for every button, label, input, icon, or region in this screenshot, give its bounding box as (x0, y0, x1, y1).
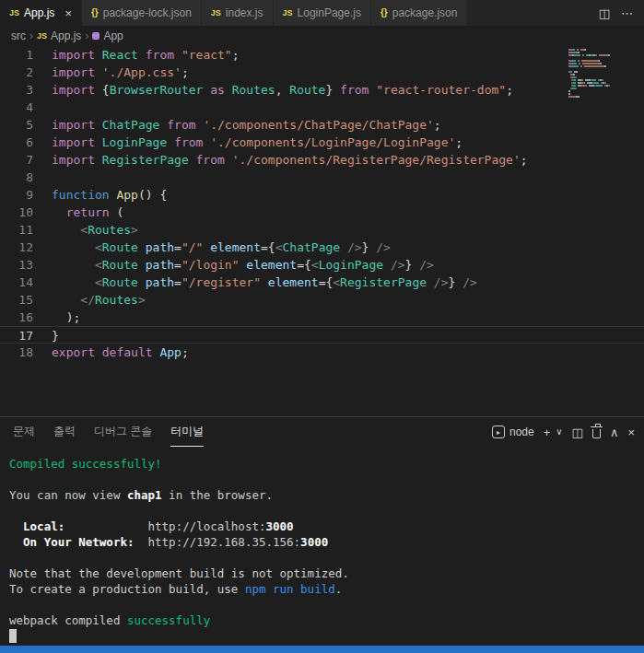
code-line[interactable]: 6import LoginPage from './components/Log… (0, 134, 644, 151)
breadcrumb-item-src[interactable]: src (11, 29, 26, 42)
code-text: import React from "react"; (33, 46, 240, 64)
code-line[interactable]: 12 <Route path="/" element={<ChatPage />… (0, 239, 644, 256)
line-number: 16 (0, 309, 33, 326)
status-bar (0, 646, 644, 653)
new-terminal-button[interactable]: + (544, 426, 551, 438)
minimap[interactable] (568, 49, 633, 99)
code-text (33, 99, 52, 116)
tab-package.json[interactable]: {}package.json (371, 0, 468, 26)
code-line[interactable]: 11 <Routes> (0, 221, 644, 239)
line-number: 17 (0, 327, 33, 343)
js-file-icon: JS (211, 9, 221, 17)
breadcrumb: src›JSApp.js›App (0, 26, 644, 46)
code-line[interactable]: 2import './App.css'; (0, 64, 644, 81)
code-line[interactable]: 18export default App; (0, 344, 644, 361)
code-line[interactable]: 9function App() { (0, 186, 644, 204)
terminal[interactable]: Compiled successfully! You can now view … (0, 447, 644, 646)
line-number: 9 (0, 186, 33, 204)
tab-index.js[interactable]: JSindex.js (202, 0, 274, 26)
tab-label: index.js (226, 6, 263, 19)
code-text: <Routes> (33, 221, 138, 239)
tab-label: package-lock.json (103, 6, 192, 19)
breadcrumb-separator-icon: › (29, 29, 33, 42)
tab-label: package.json (392, 6, 458, 19)
code-line[interactable]: 13 <Route path="/login" element={<LoginP… (0, 256, 644, 274)
code-text: } (33, 327, 59, 343)
code-line[interactable]: 7import RegisterPage from './components/… (0, 151, 644, 169)
code-line[interactable]: 4 (0, 99, 644, 116)
terminal-line: Compiled successfully! (9, 456, 644, 472)
code-line[interactable]: 1import React from "react"; (0, 46, 644, 64)
split-editor-button[interactable]: ◫ (599, 7, 610, 19)
panel-tab-문제[interactable]: 문제 (13, 417, 35, 447)
code-line[interactable]: 15 </Routes> (0, 291, 644, 309)
terminal-line (9, 597, 644, 612)
terminal-line: webpack compiled successfully (9, 612, 644, 628)
code-text: import './App.css'; (33, 64, 189, 81)
line-number: 11 (0, 221, 33, 239)
tab-App.js[interactable]: JSApp.js× (0, 0, 82, 26)
panel-tab-디버그 콘솔[interactable]: 디버그 콘솔 (94, 417, 152, 447)
code-line[interactable]: 5import ChatPage from './components/Chat… (0, 116, 644, 134)
maximize-panel-button[interactable]: ∧ (610, 426, 619, 438)
code-line[interactable]: 10 return ( (0, 204, 644, 221)
tab-LoginPage.js[interactable]: JSLoginPage.js (274, 0, 371, 26)
code-text: <Route path="/login" element={<LoginPage… (33, 256, 434, 274)
code-line[interactable]: 14 <Route path="/register" element={<Reg… (0, 274, 644, 291)
kill-terminal-button[interactable] (592, 429, 601, 438)
more-actions-button[interactable]: ⋯ (621, 7, 633, 19)
tab-label: LoginPage.js (298, 6, 361, 19)
line-number: 14 (0, 274, 33, 291)
terminal-icon: ▸ (492, 426, 505, 438)
json-file-icon: {} (91, 8, 99, 17)
line-number: 2 (0, 64, 33, 81)
symbol-function-icon (92, 32, 100, 40)
breadcrumb-separator-icon: › (85, 29, 88, 42)
code-line[interactable]: 3import {BrowserRouter as Routes, Route}… (0, 81, 644, 99)
code-text: import ChatPage from './components/ChatP… (33, 116, 441, 134)
line-number: 18 (0, 344, 33, 361)
shell-badge[interactable]: ▸ node (492, 426, 534, 438)
run-icon: ▸ (497, 428, 500, 437)
breadcrumb-item-App.js[interactable]: JSApp.js (37, 29, 81, 42)
breadcrumb-label: src (11, 29, 26, 42)
terminal-line (9, 503, 644, 519)
code-text: <Route path="/register" element={<Regist… (33, 274, 477, 291)
code-text: export default App; (33, 344, 189, 361)
terminal-line (9, 550, 644, 566)
line-number: 8 (0, 169, 33, 186)
code-line[interactable]: 8 (0, 169, 644, 186)
line-number: 1 (0, 46, 33, 64)
split-terminal-button[interactable]: ◫ (572, 426, 583, 438)
terminal-line: Local: http://localhost:3000 (9, 519, 644, 534)
line-number: 15 (0, 291, 33, 309)
breadcrumb-label: App.js (51, 29, 81, 42)
tab-package-lock.json[interactable]: {}package-lock.json (82, 0, 202, 26)
panel-tab-터미널[interactable]: 터미널 (170, 417, 204, 447)
line-number: 7 (0, 151, 33, 169)
js-file-icon: JS (283, 9, 293, 17)
code-text: function App() { (33, 186, 167, 204)
breadcrumb-label: App (103, 29, 123, 42)
close-panel-button[interactable]: × (627, 426, 635, 438)
line-number: 4 (0, 99, 33, 116)
line-number: 12 (0, 239, 33, 256)
tab-close-icon[interactable]: × (64, 6, 72, 20)
json-file-icon: {} (381, 8, 388, 17)
code-line[interactable]: 17} (0, 326, 644, 344)
terminal-profile-dropdown[interactable]: ∨ (556, 427, 562, 437)
terminal-line: On Your Network: http://192.168.35.156:3… (9, 534, 644, 550)
editor-actions: ◫ ⋯ (588, 0, 644, 26)
code-text: import RegisterPage from './components/R… (33, 151, 528, 169)
breadcrumb-item-App[interactable]: App (92, 29, 123, 42)
line-number: 13 (0, 256, 33, 274)
terminal-line (9, 628, 644, 644)
tab-bar-tabs: JSApp.js×{}package-lock.jsonJSindex.jsJS… (0, 0, 467, 26)
panel-tab-출력[interactable]: 출력 (53, 417, 76, 447)
line-number: 5 (0, 116, 33, 134)
tab-bar: JSApp.js×{}package-lock.jsonJSindex.jsJS… (0, 0, 644, 26)
code-text (33, 169, 52, 186)
code-line[interactable]: 16 ); (0, 309, 644, 326)
js-file-icon: JS (9, 9, 19, 17)
tab-label: App.js (24, 6, 54, 19)
